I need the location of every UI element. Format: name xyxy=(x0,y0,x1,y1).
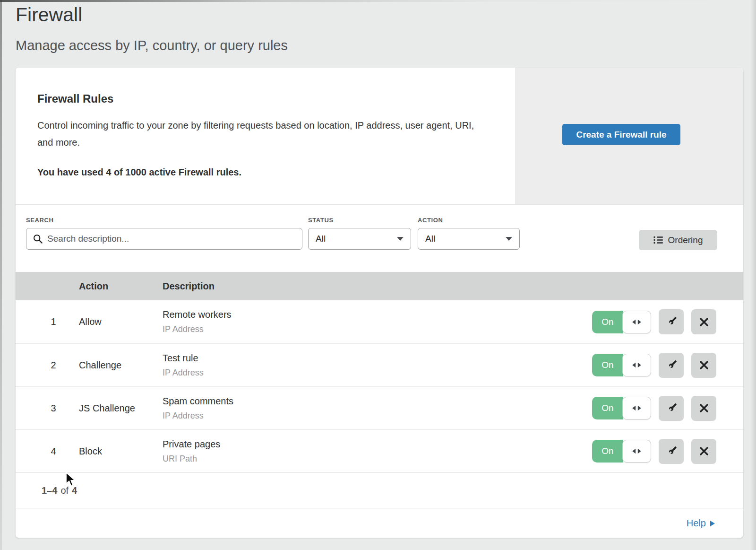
rule-toggle[interactable]: On xyxy=(592,354,651,376)
search-filter: SEARCH xyxy=(26,217,302,250)
table-row: 1 Allow Remote workers IP Address On xyxy=(16,300,743,343)
chevron-down-icon xyxy=(397,237,404,241)
rule-controls: On xyxy=(592,353,743,378)
create-firewall-rule-button[interactable]: Create a Firewall rule xyxy=(562,124,680,145)
pagination-range: 1–4 xyxy=(42,485,57,496)
toggle-on-segment: On xyxy=(592,440,623,463)
rule-description: Private pages xyxy=(163,439,592,450)
ordering-button[interactable]: Ordering xyxy=(639,230,717,250)
rule-description-cell: Test rule IP Address xyxy=(163,353,592,378)
pagination-total: 4 xyxy=(72,485,77,496)
rule-match-type: IP Address xyxy=(163,411,592,421)
rule-priority: 3 xyxy=(44,403,63,414)
rule-priority: 4 xyxy=(44,446,63,457)
overview-usage: You have used 4 of 1000 active Firewall … xyxy=(37,167,498,178)
action-label: ACTION xyxy=(418,217,520,224)
action-value: All xyxy=(425,234,435,244)
main-card: Firewall Rules Control incoming traffic … xyxy=(16,68,743,538)
rule-description: Remote workers xyxy=(163,309,592,320)
rules-list: 1 Allow Remote workers IP Address On xyxy=(16,300,743,472)
rule-action: JS Challenge xyxy=(63,403,163,414)
create-rule-panel: Create a Firewall rule xyxy=(515,68,743,204)
delete-rule-button[interactable] xyxy=(691,353,716,378)
search-icon xyxy=(33,234,43,244)
overview-text-block: Firewall Rules Control incoming traffic … xyxy=(16,68,498,178)
rule-priority: 2 xyxy=(44,360,63,371)
ordering-list-icon xyxy=(653,236,663,244)
rule-priority: 1 xyxy=(44,316,63,327)
search-label: SEARCH xyxy=(26,217,302,224)
wrench-icon xyxy=(665,402,677,414)
toggle-on-segment: On xyxy=(592,311,623,333)
rule-action: Block xyxy=(63,446,163,457)
ordering-label: Ordering xyxy=(668,235,703,245)
edit-rule-button[interactable] xyxy=(659,309,684,334)
table-row: 2 Challenge Test rule IP Address On xyxy=(16,343,743,386)
overview-section: Firewall Rules Control incoming traffic … xyxy=(16,68,743,205)
close-icon xyxy=(698,402,710,414)
overview-description: Control incoming traffic to your zone by… xyxy=(37,117,484,151)
toggle-on-segment: On xyxy=(592,354,623,376)
edit-rule-button[interactable] xyxy=(659,396,684,421)
wrench-icon xyxy=(665,445,677,457)
toggle-arrows-icon xyxy=(632,362,642,368)
rule-description-cell: Remote workers IP Address xyxy=(163,309,592,334)
rule-description-cell: Private pages URI Path xyxy=(163,439,592,464)
rule-match-type: IP Address xyxy=(163,368,592,378)
toggle-arrows-icon xyxy=(632,405,642,411)
toggle-knob xyxy=(622,397,651,419)
window-edge-right xyxy=(750,0,756,550)
search-input[interactable] xyxy=(26,228,302,250)
toggle-arrows-icon xyxy=(632,319,642,325)
pagination-of: of xyxy=(60,485,69,496)
delete-rule-button[interactable] xyxy=(691,309,716,334)
rule-controls: On xyxy=(592,439,743,464)
window-edge-top xyxy=(0,0,756,2)
action-filter: ACTION All xyxy=(418,217,520,250)
table-header-row: Action Description xyxy=(16,272,743,300)
rule-description-cell: Spam comments IP Address xyxy=(163,396,592,421)
rule-controls: On xyxy=(592,396,743,421)
page-title: Firewall xyxy=(16,4,82,26)
rule-description: Spam comments xyxy=(163,396,592,407)
rule-toggle[interactable]: On xyxy=(592,440,651,463)
edit-rule-button[interactable] xyxy=(659,439,684,464)
toggle-knob xyxy=(622,354,651,376)
wrench-icon xyxy=(665,316,677,328)
pagination: 1–4 of 4 xyxy=(16,472,743,508)
rule-toggle[interactable]: On xyxy=(592,397,651,419)
rule-action: Challenge xyxy=(63,360,163,371)
status-value: All xyxy=(316,234,326,244)
table-row: 3 JS Challenge Spam comments IP Address … xyxy=(16,386,743,429)
toggle-arrows-icon xyxy=(632,448,642,454)
rule-action: Allow xyxy=(63,316,163,327)
status-label: STATUS xyxy=(308,217,411,224)
filters-section: SEARCH STATUS All ACTION All xyxy=(16,205,743,272)
wrench-icon xyxy=(665,359,677,371)
rule-toggle[interactable]: On xyxy=(592,311,651,333)
action-select[interactable]: All xyxy=(418,228,520,250)
status-select[interactable]: All xyxy=(308,228,411,250)
close-icon xyxy=(698,316,710,328)
search-box xyxy=(26,228,302,250)
window-edge-left xyxy=(0,0,2,550)
close-icon xyxy=(698,445,710,457)
column-description: Description xyxy=(163,281,743,292)
rule-controls: On xyxy=(592,309,743,334)
delete-rule-button[interactable] xyxy=(691,439,716,464)
overview-heading: Firewall Rules xyxy=(37,92,498,105)
help-link[interactable]: Help xyxy=(687,518,715,529)
status-filter: STATUS All xyxy=(308,217,411,250)
delete-rule-button[interactable] xyxy=(691,396,716,421)
close-icon xyxy=(698,359,710,371)
toggle-knob xyxy=(622,440,651,463)
help-label: Help xyxy=(687,518,706,529)
toggle-on-segment: On xyxy=(592,397,623,419)
edit-rule-button[interactable] xyxy=(659,353,684,378)
rule-description: Test rule xyxy=(163,353,592,364)
column-action: Action xyxy=(63,281,163,292)
help-row: Help xyxy=(16,508,743,538)
help-arrow-icon xyxy=(710,521,715,526)
rule-match-type: IP Address xyxy=(163,324,592,334)
table-row: 4 Block Private pages URI Path On xyxy=(16,429,743,472)
